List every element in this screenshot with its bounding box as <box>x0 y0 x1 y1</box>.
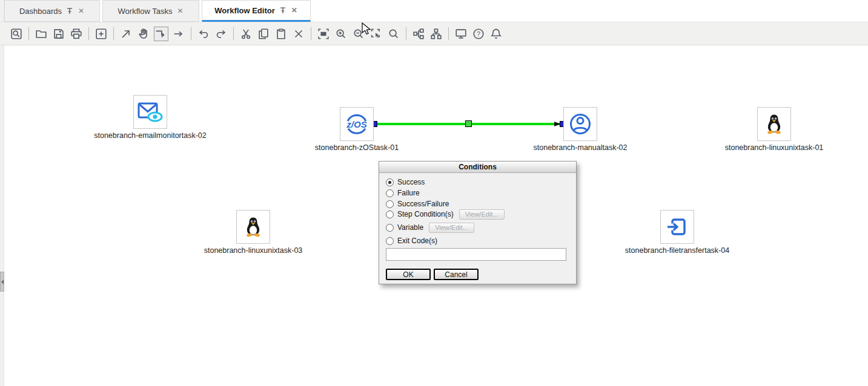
pin-icon[interactable] <box>66 7 73 15</box>
task-node-manualtask-02[interactable]: stonebranch-manualtask-02 <box>563 107 597 141</box>
task-node-zostask-01[interactable]: z/OS stonebranch-zOStask-01 <box>340 107 374 141</box>
task-label: stonebranch-linuxunixtask-01 <box>689 143 859 152</box>
tab-label: Workflow Tasks <box>118 7 173 16</box>
pan-hand-icon[interactable] <box>136 27 151 41</box>
mouse-cursor <box>362 22 371 37</box>
task-node-filetransfertask-04[interactable]: stonebranch-filetransfertask-04 <box>660 210 694 244</box>
tab-label: Dashboards <box>19 7 62 16</box>
tab-dashboards[interactable]: Dashboards ✕ <box>4 0 100 22</box>
monitor-icon[interactable] <box>454 27 468 41</box>
task-icon-box[interactable] <box>236 210 270 244</box>
save-icon[interactable] <box>51 27 66 41</box>
radio-success-failure[interactable] <box>386 200 394 208</box>
cut-icon[interactable] <box>239 27 253 41</box>
help-icon[interactable]: ? <box>471 27 486 41</box>
search-icon[interactable] <box>386 27 401 41</box>
print-icon[interactable] <box>69 27 84 41</box>
connector-tool-icon[interactable] <box>154 27 168 41</box>
cancel-button[interactable]: Cancel <box>434 269 479 280</box>
connector-zos-to-manual[interactable] <box>372 121 566 127</box>
radio-label: Exit Code(s) <box>397 237 437 245</box>
radio-success[interactable] <box>386 178 394 186</box>
tab-workflow-tasks[interactable]: Workflow Tasks ✕ <box>102 0 199 22</box>
radio-exit-codes[interactable] <box>386 237 394 245</box>
layout-horizontal-icon[interactable] <box>411 27 426 41</box>
close-tab-icon[interactable]: ✕ <box>78 7 85 15</box>
tab-label: Workflow Editor <box>214 6 274 15</box>
task-node-linuxunixtask-03[interactable]: stonebranch-linuxunixtask-03 <box>236 210 270 244</box>
task-label: stonebranch-linuxunixtask-03 <box>168 246 338 255</box>
close-tab-icon[interactable]: ✕ <box>291 6 298 15</box>
radio-label: Success <box>397 178 425 186</box>
dialog-title: Conditions <box>379 162 576 173</box>
conditions-dialog: Conditions Success Failure Success/Failu… <box>379 161 577 284</box>
linux-tux-icon <box>762 112 786 136</box>
paste-icon[interactable] <box>274 27 288 41</box>
notifications-icon[interactable] <box>489 27 503 41</box>
open-folder-icon[interactable] <box>34 27 48 41</box>
straight-connector-icon[interactable] <box>171 27 186 41</box>
layout-vertical-icon[interactable] <box>429 27 443 41</box>
task-icon-box[interactable] <box>563 107 597 141</box>
workflow-editor-app: Dashboards ✕ Workflow Tasks ✕ Workflow E… <box>0 0 868 386</box>
zoom-in-icon[interactable] <box>334 27 348 41</box>
ok-button[interactable]: OK <box>386 269 431 280</box>
linux-tux-icon <box>241 215 265 239</box>
close-tab-icon[interactable]: ✕ <box>176 7 184 15</box>
add-icon[interactable] <box>94 27 108 41</box>
view-edit-variable-button[interactable]: View/Edit... <box>429 223 474 233</box>
task-icon-box[interactable]: z/OS <box>340 107 374 141</box>
zos-icon: z/OS <box>343 111 370 137</box>
email-monitor-icon <box>137 100 164 124</box>
manual-task-icon <box>568 112 592 136</box>
radio-variable[interactable] <box>386 224 394 232</box>
tab-workflow-editor[interactable]: Workflow Editor ✕ <box>202 0 311 22</box>
radio-label: Failure <box>397 189 420 197</box>
task-icon-box[interactable] <box>757 107 791 141</box>
preview-icon[interactable] <box>9 27 24 41</box>
editor-toolbar: ? <box>0 22 868 45</box>
view-edit-step-conditions-button[interactable]: View/Edit... <box>459 209 505 220</box>
open-arrow-icon[interactable] <box>119 27 133 41</box>
svg-text:z/OS: z/OS <box>346 119 366 129</box>
pin-icon[interactable] <box>279 7 287 15</box>
task-node-emailmonitortask-02[interactable]: stonebranch-emailmonitortask-02 <box>133 95 167 129</box>
task-label: stonebranch-emailmonitortask-02 <box>65 131 235 140</box>
radio-label: Success/Failure <box>397 200 449 208</box>
radio-label: Variable <box>397 223 423 232</box>
task-label: stonebranch-filetransfertask-04 <box>592 246 762 255</box>
task-label: stonebranch-manualtask-02 <box>495 143 665 152</box>
collapsed-panel-handle[interactable] <box>0 272 4 292</box>
task-label: stonebranch-zOStask-01 <box>272 143 442 152</box>
file-transfer-icon <box>665 215 689 239</box>
radio-step-conditions[interactable] <box>386 211 394 218</box>
redo-icon[interactable] <box>214 27 228 41</box>
radio-label: Step Condition(s) <box>397 210 454 218</box>
copy-icon[interactable] <box>256 27 271 41</box>
fit-to-screen-icon[interactable] <box>316 27 331 41</box>
tab-bar: Dashboards ✕ Workflow Tasks ✕ Workflow E… <box>4 0 311 22</box>
undo-icon[interactable] <box>196 27 211 41</box>
svg-text:?: ? <box>477 30 480 37</box>
exit-codes-input[interactable] <box>386 248 566 261</box>
left-strip <box>0 0 4 386</box>
task-icon-box[interactable] <box>660 210 694 244</box>
delete-icon[interactable] <box>291 27 306 41</box>
task-node-linuxunixtask-01[interactable]: stonebranch-linuxunixtask-01 <box>757 107 791 141</box>
radio-failure[interactable] <box>386 189 394 197</box>
task-icon-box[interactable] <box>133 95 167 129</box>
